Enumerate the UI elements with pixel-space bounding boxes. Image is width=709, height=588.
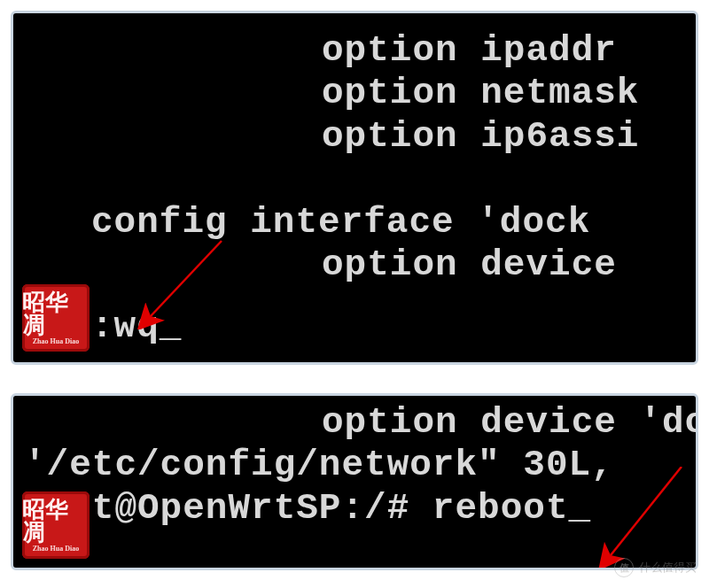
shell-prompt-reboot[interactable]: root@OpenWrtSP:/# reboot_: [13, 487, 696, 530]
seal-text: 昭华凋: [22, 499, 90, 545]
config-line-device-2: option device 'doc: [13, 401, 696, 444]
config-line-device: option device: [13, 244, 696, 286]
seal-stamp-icon: 昭华凋 Zhao Hua Diao: [22, 284, 90, 352]
seal-pinyin: Zhao Hua Diao: [33, 545, 79, 553]
site-watermark: 值 什么值得买: [614, 558, 697, 577]
config-line-ip6assign: option ip6assi: [13, 115, 696, 158]
seal-stamp-icon: 昭华凋 Zhao Hua Diao: [22, 491, 90, 559]
terminal-panel-bottom: option device 'doc '/etc/config/network"…: [11, 393, 698, 570]
terminal-panel-top: option ipaddr option netmask option ip6a…: [11, 11, 698, 365]
seal-pinyin: Zhao Hua Diao: [33, 338, 79, 345]
blank-line: [13, 158, 696, 200]
vi-file-status: '/etc/config/network" 30L,: [13, 444, 696, 486]
config-line-interface: config interface 'dock: [13, 201, 696, 244]
watermark-text: 什么值得买: [639, 560, 697, 576]
config-line-ipaddr: option ipaddr: [13, 29, 696, 72]
seal-text: 昭华凋: [22, 291, 90, 337]
config-line-netmask: option netmask: [13, 72, 696, 114]
vi-command-wq[interactable]: :wq_: [13, 306, 696, 348]
watermark-icon: 值: [614, 558, 634, 577]
